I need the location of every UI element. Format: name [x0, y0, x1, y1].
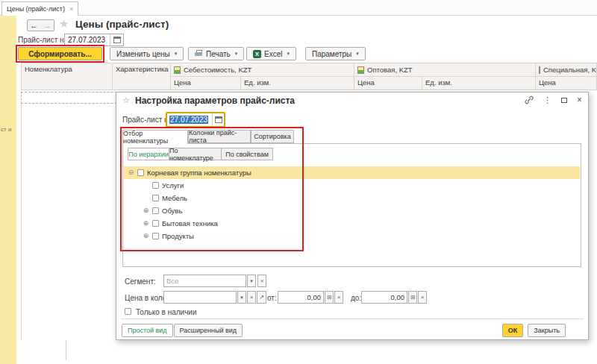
tab-bar: Цены (прайс-лист) × [0, 0, 597, 16]
pricelist-date-group: 27.07.2023 [64, 34, 124, 46]
to-label: до: [351, 294, 361, 302]
price-from-input[interactable]: 0,00 [278, 291, 324, 304]
copy-link-icon[interactable] [525, 95, 534, 104]
col-header-wholesale-price: Цена [354, 76, 422, 90]
tree-item-label: Корневая группа номенклатуры [147, 169, 251, 177]
tree-item-label: Обувь [162, 207, 182, 215]
tab-prices[interactable]: Цены (прайс-лист) × [1, 1, 78, 16]
more-menu-icon[interactable]: ⋮ [543, 96, 551, 104]
col-header-cost-group: Себестоимость, KZT [184, 66, 251, 74]
col-header-wholesale-unit: Ед. изм. [422, 76, 536, 90]
chevron-down-icon: ▾ [240, 295, 243, 301]
checkbox-services[interactable] [152, 182, 159, 189]
mode-by-hierarchy[interactable]: По иерархии [128, 148, 169, 160]
tree-item-services[interactable]: Услуги [124, 179, 580, 192]
calculator-icon: ⊞ [327, 294, 332, 301]
tree-item-products[interactable]: ⊕ Продукты [124, 230, 580, 242]
tree-item-appliances[interactable]: ⊕ Бытовая техника [124, 217, 580, 230]
price-settings-dialog: ☆ Настройка параметров прайс-листа ⋮ × П… [116, 92, 589, 340]
segment-label: Сегмент: [125, 277, 156, 286]
price-type-icon [174, 66, 181, 74]
close-button[interactable]: Закрыть [528, 324, 566, 337]
price-type-icon [357, 66, 364, 74]
simple-view-button[interactable]: Простой вид [122, 324, 173, 337]
price-column-dropdown-button[interactable]: ▾ [237, 291, 246, 304]
app-window: Цены (прайс-лист) × ст и ← → ★ Цены (пра… [0, 0, 597, 364]
checkbox-root-group[interactable] [137, 169, 144, 176]
col-header-special-group: Специальная, KZT [543, 66, 597, 74]
forward-icon: → [43, 21, 51, 30]
sections-panel[interactable]: ст и [0, 16, 16, 364]
params-label: Параметры [312, 50, 351, 58]
price-from-calc-button[interactable]: ⊞ [325, 291, 334, 304]
expand-icon[interactable]: ⊕ [143, 233, 149, 239]
segment-dropdown-button[interactable]: ▾ [247, 274, 256, 287]
dialog-date-value-selected: 27.07.2023 [169, 116, 208, 124]
back-button[interactable]: ← [27, 19, 41, 31]
chevron-down-icon: ▾ [235, 51, 238, 57]
checkbox-shoes[interactable] [152, 207, 159, 214]
segment-clear-button[interactable]: × [257, 274, 266, 287]
calendar-icon [215, 116, 222, 123]
checkbox-appliances[interactable] [152, 220, 159, 227]
dialog-calendar-button[interactable] [213, 113, 224, 126]
sections-panel-fragment: ст и [1, 126, 11, 133]
segment-input[interactable]: Все [163, 274, 246, 287]
price-to-clear-button[interactable]: × [418, 291, 427, 304]
calendar-icon [113, 37, 121, 43]
price-column-input[interactable] [163, 291, 237, 304]
params-button[interactable]: Параметры ▾ [305, 47, 366, 60]
dialog-close-icon[interactable]: × [577, 95, 582, 104]
page-title: Цены (прайс-лист) [75, 19, 169, 30]
mode-by-nomenclature[interactable]: По номенклатуре [169, 148, 222, 160]
mode-by-properties[interactable]: По свойствам [221, 148, 273, 160]
print-button[interactable]: Печать ▾ [188, 47, 244, 60]
tree-item-furniture[interactable]: Мебель [124, 192, 580, 204]
tab-close-icon[interactable]: × [69, 5, 73, 13]
table-column-border [66, 340, 66, 360]
forward-button[interactable]: → [40, 19, 54, 31]
excel-button[interactable]: X Excel ▾ [246, 47, 296, 60]
ok-button[interactable]: ОК [502, 324, 524, 337]
tab-nomenclature-filter[interactable]: Отбор номенклатуры [122, 130, 188, 144]
checkbox-products[interactable] [152, 233, 159, 239]
extended-view-button[interactable]: Расширенный вид [174, 324, 243, 337]
tree-item-root[interactable]: ⊖ Корневая группа номенклатуры [124, 166, 580, 179]
printer-icon [195, 50, 203, 57]
price-column-open-button[interactable]: ↗ [257, 291, 266, 304]
price-to-input[interactable]: 0,00 [361, 291, 407, 304]
in-stock-checkbox[interactable] [125, 308, 131, 316]
change-prices-label: Изменить цены [116, 50, 170, 58]
maximize-icon[interactable] [561, 98, 567, 103]
footer-separator [121, 318, 584, 319]
tree-item-label: Мебель [162, 194, 187, 202]
tab-label: Цены (прайс-лист) [7, 5, 65, 13]
dialog-date-input[interactable]: 27.07.2023 [167, 113, 212, 126]
price-type-icon [539, 66, 540, 74]
in-stock-label: Только в наличии [136, 308, 197, 316]
pricelist-date-input[interactable]: 27.07.2023 [65, 34, 110, 46]
col-header-cost-unit: Ед. изм. [240, 76, 354, 90]
tab-sorting[interactable]: Сортировка [251, 130, 294, 143]
dialog-title: Настройка параметров прайс-листа [135, 95, 295, 106]
generate-button[interactable]: Сформировать... [18, 47, 102, 60]
chevron-down-icon: ▾ [175, 51, 178, 57]
change-prices-button[interactable]: Изменить цены ▾ [110, 47, 184, 60]
tree-item-label: Услуги [162, 181, 184, 189]
calendar-button[interactable] [110, 34, 123, 46]
col-header-nomenclature: Номенклатура [21, 63, 113, 90]
col-header-cost-price: Цена [170, 76, 241, 90]
price-to-calc-button[interactable]: ⊞ [408, 291, 417, 304]
expand-icon[interactable]: ⊕ [143, 207, 149, 214]
price-from-clear-button[interactable]: × [334, 291, 343, 304]
collapse-icon[interactable]: ⊖ [128, 169, 134, 176]
col-header-special-price: Цена [535, 76, 597, 90]
col-header-characteristic: Характеристика [112, 63, 171, 90]
checkbox-furniture[interactable] [152, 195, 159, 201]
tree-item-shoes[interactable]: ⊕ Обувь [124, 204, 580, 217]
price-column-clear-button[interactable]: × [247, 291, 256, 304]
tab-pricelist-columns[interactable]: Колонки прайс-листа [188, 130, 251, 143]
favorites-star-icon[interactable]: ★ [59, 17, 69, 31]
expand-icon[interactable]: ⊕ [143, 220, 149, 227]
dialog-favorites-star-icon[interactable]: ☆ [122, 95, 130, 105]
